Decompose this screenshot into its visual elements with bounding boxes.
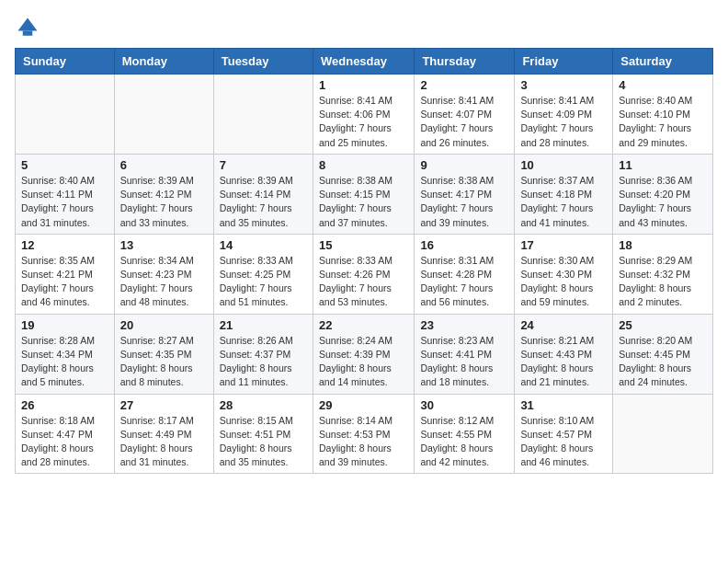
weekday-header-sunday: Sunday <box>16 49 115 75</box>
weekday-header-saturday: Saturday <box>613 49 713 75</box>
day-info: Sunrise: 8:39 AM Sunset: 4:14 PM Dayligh… <box>220 174 307 230</box>
day-info: Sunrise: 8:40 AM Sunset: 4:10 PM Dayligh… <box>619 94 707 150</box>
header <box>15 15 713 40</box>
day-info: Sunrise: 8:38 AM Sunset: 4:17 PM Dayligh… <box>420 174 508 230</box>
day-cell-17: 17Sunrise: 8:30 AM Sunset: 4:30 PM Dayli… <box>515 234 613 314</box>
day-number: 7 <box>220 158 307 172</box>
day-cell-3: 3Sunrise: 8:41 AM Sunset: 4:09 PM Daylig… <box>515 75 613 155</box>
day-cell-16: 16Sunrise: 8:31 AM Sunset: 4:28 PM Dayli… <box>415 234 515 314</box>
week-row-4: 19Sunrise: 8:28 AM Sunset: 4:34 PM Dayli… <box>16 314 713 394</box>
day-number: 23 <box>420 318 508 332</box>
day-cell-23: 23Sunrise: 8:23 AM Sunset: 4:41 PM Dayli… <box>415 314 515 394</box>
day-cell-18: 18Sunrise: 8:29 AM Sunset: 4:32 PM Dayli… <box>613 234 713 314</box>
day-cell-4: 4Sunrise: 8:40 AM Sunset: 4:10 PM Daylig… <box>613 75 713 155</box>
day-info: Sunrise: 8:27 AM Sunset: 4:35 PM Dayligh… <box>120 334 208 390</box>
day-cell-20: 20Sunrise: 8:27 AM Sunset: 4:35 PM Dayli… <box>114 314 213 394</box>
day-cell-19: 19Sunrise: 8:28 AM Sunset: 4:34 PM Dayli… <box>16 314 115 394</box>
day-info: Sunrise: 8:17 AM Sunset: 4:49 PM Dayligh… <box>120 414 208 470</box>
day-number: 20 <box>120 318 208 332</box>
day-info: Sunrise: 8:26 AM Sunset: 4:37 PM Dayligh… <box>220 334 307 390</box>
day-info: Sunrise: 8:30 AM Sunset: 4:30 PM Dayligh… <box>520 254 607 310</box>
day-cell-10: 10Sunrise: 8:37 AM Sunset: 4:18 PM Dayli… <box>515 154 613 234</box>
week-row-5: 26Sunrise: 8:18 AM Sunset: 4:47 PM Dayli… <box>16 394 713 474</box>
day-number: 31 <box>520 398 607 412</box>
day-number: 6 <box>120 158 208 172</box>
calendar: SundayMondayTuesdayWednesdayThursdayFrid… <box>15 48 713 474</box>
day-cell-2: 2Sunrise: 8:41 AM Sunset: 4:07 PM Daylig… <box>415 75 515 155</box>
day-number: 16 <box>420 238 508 252</box>
day-cell-30: 30Sunrise: 8:12 AM Sunset: 4:55 PM Dayli… <box>415 394 515 474</box>
day-number: 19 <box>21 318 108 332</box>
day-info: Sunrise: 8:34 AM Sunset: 4:23 PM Dayligh… <box>120 254 208 310</box>
day-info: Sunrise: 8:15 AM Sunset: 4:51 PM Dayligh… <box>220 414 307 470</box>
day-info: Sunrise: 8:37 AM Sunset: 4:18 PM Dayligh… <box>520 174 607 230</box>
day-number: 22 <box>319 318 408 332</box>
day-info: Sunrise: 8:36 AM Sunset: 4:20 PM Dayligh… <box>619 174 707 230</box>
day-cell-8: 8Sunrise: 8:38 AM Sunset: 4:15 PM Daylig… <box>313 154 414 234</box>
weekday-header-tuesday: Tuesday <box>213 49 313 75</box>
day-cell-22: 22Sunrise: 8:24 AM Sunset: 4:39 PM Dayli… <box>313 314 414 394</box>
day-info: Sunrise: 8:33 AM Sunset: 4:25 PM Dayligh… <box>220 254 307 310</box>
day-info: Sunrise: 8:38 AM Sunset: 4:15 PM Dayligh… <box>319 174 408 230</box>
day-cell-31: 31Sunrise: 8:10 AM Sunset: 4:57 PM Dayli… <box>515 394 613 474</box>
day-number: 8 <box>319 158 408 172</box>
weekday-header-monday: Monday <box>114 49 213 75</box>
week-row-1: 1Sunrise: 8:41 AM Sunset: 4:06 PM Daylig… <box>16 75 713 155</box>
day-cell-29: 29Sunrise: 8:14 AM Sunset: 4:53 PM Dayli… <box>313 394 414 474</box>
day-number: 5 <box>21 158 108 172</box>
day-info: Sunrise: 8:31 AM Sunset: 4:28 PM Dayligh… <box>420 254 508 310</box>
day-number: 3 <box>520 78 607 92</box>
day-info: Sunrise: 8:21 AM Sunset: 4:43 PM Dayligh… <box>520 334 607 390</box>
day-cell-26: 26Sunrise: 8:18 AM Sunset: 4:47 PM Dayli… <box>16 394 115 474</box>
day-number: 1 <box>319 78 408 92</box>
day-cell-11: 11Sunrise: 8:36 AM Sunset: 4:20 PM Dayli… <box>613 154 713 234</box>
empty-cell <box>613 394 713 474</box>
day-cell-24: 24Sunrise: 8:21 AM Sunset: 4:43 PM Dayli… <box>515 314 613 394</box>
day-cell-28: 28Sunrise: 8:15 AM Sunset: 4:51 PM Dayli… <box>213 394 313 474</box>
day-number: 17 <box>520 238 607 252</box>
day-cell-7: 7Sunrise: 8:39 AM Sunset: 4:14 PM Daylig… <box>213 154 313 234</box>
day-cell-14: 14Sunrise: 8:33 AM Sunset: 4:25 PM Dayli… <box>213 234 313 314</box>
day-info: Sunrise: 8:23 AM Sunset: 4:41 PM Dayligh… <box>420 334 508 390</box>
day-info: Sunrise: 8:41 AM Sunset: 4:06 PM Dayligh… <box>319 94 408 150</box>
day-info: Sunrise: 8:24 AM Sunset: 4:39 PM Dayligh… <box>319 334 408 390</box>
day-number: 21 <box>220 318 307 332</box>
day-cell-1: 1Sunrise: 8:41 AM Sunset: 4:06 PM Daylig… <box>313 75 414 155</box>
day-number: 10 <box>520 158 607 172</box>
day-number: 27 <box>120 398 208 412</box>
day-info: Sunrise: 8:35 AM Sunset: 4:21 PM Dayligh… <box>21 254 108 310</box>
day-number: 28 <box>220 398 307 412</box>
weekday-header-row: SundayMondayTuesdayWednesdayThursdayFrid… <box>16 49 713 75</box>
svg-rect-1 <box>23 31 33 36</box>
weekday-header-friday: Friday <box>515 49 613 75</box>
svg-marker-0 <box>18 18 38 31</box>
day-info: Sunrise: 8:40 AM Sunset: 4:11 PM Dayligh… <box>21 174 108 230</box>
day-info: Sunrise: 8:20 AM Sunset: 4:45 PM Dayligh… <box>619 334 707 390</box>
day-number: 29 <box>319 398 408 412</box>
empty-cell <box>16 75 115 155</box>
weekday-header-wednesday: Wednesday <box>313 49 414 75</box>
day-number: 15 <box>319 238 408 252</box>
day-number: 30 <box>420 398 508 412</box>
day-cell-6: 6Sunrise: 8:39 AM Sunset: 4:12 PM Daylig… <box>114 154 213 234</box>
week-row-2: 5Sunrise: 8:40 AM Sunset: 4:11 PM Daylig… <box>16 154 713 234</box>
logo-icon <box>15 15 40 40</box>
day-info: Sunrise: 8:33 AM Sunset: 4:26 PM Dayligh… <box>319 254 408 310</box>
day-info: Sunrise: 8:18 AM Sunset: 4:47 PM Dayligh… <box>21 414 108 470</box>
day-number: 26 <box>21 398 108 412</box>
day-info: Sunrise: 8:39 AM Sunset: 4:12 PM Dayligh… <box>120 174 208 230</box>
day-number: 12 <box>21 238 108 252</box>
day-number: 25 <box>619 318 707 332</box>
page-container: SundayMondayTuesdayWednesdayThursdayFrid… <box>0 0 728 481</box>
logo <box>15 15 44 40</box>
day-cell-15: 15Sunrise: 8:33 AM Sunset: 4:26 PM Dayli… <box>313 234 414 314</box>
day-info: Sunrise: 8:10 AM Sunset: 4:57 PM Dayligh… <box>520 414 607 470</box>
week-row-3: 12Sunrise: 8:35 AM Sunset: 4:21 PM Dayli… <box>16 234 713 314</box>
day-cell-13: 13Sunrise: 8:34 AM Sunset: 4:23 PM Dayli… <box>114 234 213 314</box>
day-info: Sunrise: 8:29 AM Sunset: 4:32 PM Dayligh… <box>619 254 707 310</box>
empty-cell <box>114 75 213 155</box>
day-cell-9: 9Sunrise: 8:38 AM Sunset: 4:17 PM Daylig… <box>415 154 515 234</box>
day-number: 2 <box>420 78 508 92</box>
day-cell-27: 27Sunrise: 8:17 AM Sunset: 4:49 PM Dayli… <box>114 394 213 474</box>
day-number: 9 <box>420 158 508 172</box>
